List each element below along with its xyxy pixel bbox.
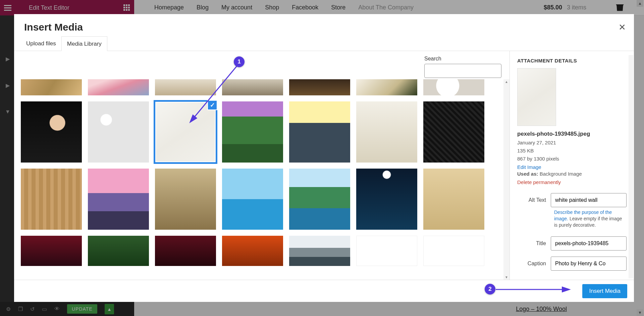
scroll-down-icon[interactable]: ▼ xyxy=(504,275,508,279)
media-thumb[interactable] xyxy=(21,236,82,266)
modal-tabs: Upload files Media Library xyxy=(14,36,634,51)
attachment-preview xyxy=(517,68,556,126)
media-thumb[interactable] xyxy=(356,236,417,266)
media-thumb[interactable] xyxy=(222,101,283,163)
scroll-up-icon[interactable]: ▲ xyxy=(504,80,508,84)
media-thumb[interactable] xyxy=(88,79,149,95)
media-row xyxy=(21,79,499,95)
search-input[interactable] xyxy=(424,64,501,78)
media-thumb[interactable] xyxy=(21,101,82,163)
media-thumb[interactable] xyxy=(423,101,484,163)
media-thumb[interactable] xyxy=(21,169,82,230)
media-grid: ✓ xyxy=(14,79,503,280)
alt-text-helper: Describe the purpose of the image. Leave… xyxy=(554,209,627,228)
media-thumb[interactable] xyxy=(356,169,417,230)
insert-media-button[interactable]: Insert Media xyxy=(582,284,627,298)
media-thumb[interactable] xyxy=(356,101,417,163)
attachment-used-as: Used as: Background Image xyxy=(517,170,627,178)
close-icon[interactable]: ✕ xyxy=(619,22,626,33)
attachment-details-heading: ATTACHMENT DETAILS xyxy=(517,58,627,63)
media-thumb[interactable] xyxy=(21,79,82,95)
media-thumb[interactable] xyxy=(423,236,484,266)
tab-media-library[interactable]: Media Library xyxy=(61,36,107,51)
title-label: Title xyxy=(517,240,546,246)
media-thumb[interactable] xyxy=(289,169,350,230)
media-thumb[interactable] xyxy=(88,101,149,163)
attachment-date: January 27, 2021 xyxy=(517,139,627,147)
check-icon: ✓ xyxy=(207,100,217,110)
media-thumb[interactable] xyxy=(356,79,417,95)
attachment-size: 135 KB xyxy=(517,147,627,155)
media-thumb[interactable] xyxy=(423,79,484,95)
tab-upload-files[interactable]: Upload files xyxy=(21,36,61,51)
attachment-dimensions: 867 by 1300 pixels xyxy=(517,155,627,163)
media-thumb-selected[interactable]: ✓ xyxy=(155,101,216,163)
attachment-details-panel: ATTACHMENT DETAILS pexels-photo-1939485.… xyxy=(510,51,634,280)
caption-label: Caption xyxy=(517,261,546,267)
used-as-label: Used as: xyxy=(517,171,538,177)
media-thumb[interactable] xyxy=(88,236,149,266)
title-field[interactable] xyxy=(551,236,627,251)
edit-image-link[interactable]: Edit Image xyxy=(517,164,541,170)
attachment-filename: pexels-photo-1939485.jpeg xyxy=(517,131,627,137)
media-thumb[interactable] xyxy=(222,236,283,266)
caption-field[interactable] xyxy=(551,257,627,271)
modal-title: Insert Media xyxy=(24,21,624,33)
delete-permanently-link[interactable]: Delete permanently xyxy=(517,179,561,185)
modal-header: Insert Media ✕ xyxy=(14,14,634,36)
media-thumb[interactable] xyxy=(155,79,216,95)
insert-media-modal: Insert Media ✕ Upload files Media Librar… xyxy=(14,14,634,302)
media-thumb[interactable] xyxy=(289,236,350,266)
media-library-pane: Search ✓ ▲ ▼ xyxy=(14,51,510,280)
media-grid-scrollbar[interactable]: ▲ ▼ xyxy=(503,79,509,280)
media-thumb[interactable] xyxy=(155,169,216,230)
modal-body: Search ✓ ▲ ▼ ATTACHMENT DETAILS pexels-p… xyxy=(14,51,634,280)
media-thumb[interactable] xyxy=(222,169,283,230)
alt-text-label: Alt Text xyxy=(517,197,546,203)
search-label: Search xyxy=(424,56,501,62)
media-row xyxy=(21,236,499,266)
media-thumb[interactable] xyxy=(88,169,149,230)
media-thumb[interactable] xyxy=(289,101,350,163)
media-thumb[interactable] xyxy=(222,79,283,95)
media-thumb[interactable] xyxy=(155,236,216,266)
media-thumb[interactable] xyxy=(289,79,350,95)
media-thumb[interactable] xyxy=(423,169,484,230)
used-as-value: Background Image xyxy=(540,171,582,177)
modal-footer: Insert Media xyxy=(14,280,634,302)
media-row: ✓ xyxy=(21,101,499,163)
modal-backdrop: Insert Media ✕ Upload files Media Librar… xyxy=(0,0,644,316)
media-row xyxy=(21,169,499,230)
alt-text-field[interactable] xyxy=(551,193,627,207)
details-scrollbar[interactable] xyxy=(629,55,633,278)
